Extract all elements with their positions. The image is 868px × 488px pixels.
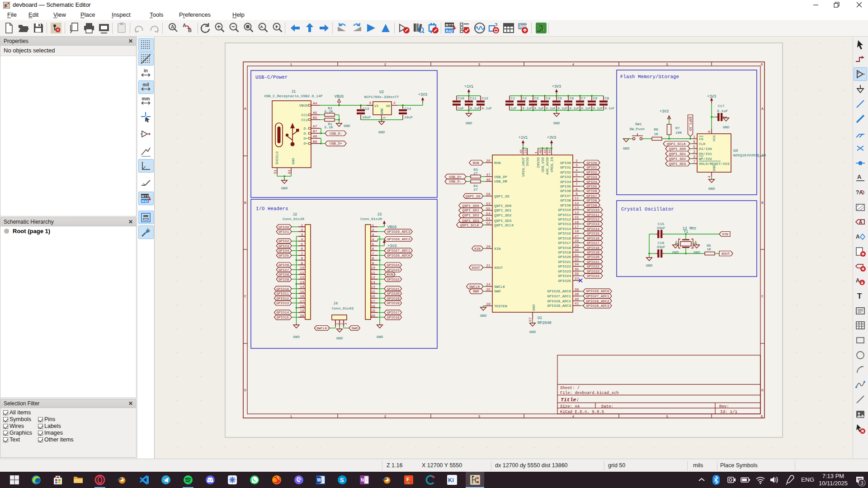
svg-text:9: 9 bbox=[372, 261, 374, 265]
svg-text:3: 3 bbox=[478, 414, 481, 418]
svg-text:A: A bbox=[857, 174, 862, 180]
svg-text:0.1uF: 0.1uF bbox=[570, 107, 580, 110]
svg-text:GPIO26_ADC0: GPIO26_ADC0 bbox=[547, 289, 571, 293]
svg-text:0.1uF: 0.1uF bbox=[546, 107, 556, 110]
svg-text:4: 4 bbox=[707, 176, 711, 178]
svg-text:GPIO29_ADC3: GPIO29_ADC3 bbox=[586, 304, 609, 308]
svg-text:C14: C14 bbox=[405, 107, 411, 111]
svg-text:ADC_AVDD: ADC_AVDD bbox=[545, 157, 549, 175]
svg-text:24: 24 bbox=[486, 282, 491, 286]
svg-text:GPIO4: GPIO4 bbox=[560, 180, 571, 184]
svg-text:3: 3 bbox=[344, 323, 348, 325]
svg-text:+3V3: +3V3 bbox=[660, 109, 669, 114]
svg-text:GPIO7: GPIO7 bbox=[278, 268, 289, 272]
svg-text:14: 14 bbox=[575, 211, 579, 215]
svg-text:GPIO12: GPIO12 bbox=[587, 218, 599, 221]
svg-text:17: 17 bbox=[371, 299, 375, 303]
svg-text:QSPI_SS: QSPI_SS bbox=[494, 194, 509, 198]
svg-text:C2: C2 bbox=[523, 96, 527, 100]
svg-text:C13: C13 bbox=[363, 107, 369, 111]
svg-text:USB_DP: USB_DP bbox=[494, 175, 507, 179]
svg-text:GPIO24: GPIO24 bbox=[558, 274, 571, 278]
svg-text:1: 1 bbox=[372, 223, 374, 227]
svg-text:8: 8 bbox=[576, 187, 578, 191]
svg-text:GND: GND bbox=[291, 158, 295, 164]
svg-text:GPIO6: GPIO6 bbox=[278, 263, 289, 267]
svg-text:15: 15 bbox=[300, 290, 304, 294]
svg-text:GPIO11: GPIO11 bbox=[276, 292, 289, 296]
svg-text:2: 2 bbox=[393, 101, 396, 105]
svg-text:A: A bbox=[856, 277, 860, 284]
svg-text:1K: 1K bbox=[654, 132, 658, 136]
svg-text:A5: A5 bbox=[313, 111, 317, 115]
svg-text:VREG_IN: VREG_IN bbox=[550, 157, 554, 173]
svg-text:6: 6 bbox=[576, 178, 578, 182]
svg-text:U1: U1 bbox=[538, 316, 542, 320]
svg-text:GPIO16: GPIO16 bbox=[558, 236, 571, 240]
svg-text:5: 5 bbox=[576, 173, 578, 177]
svg-text:46: 46 bbox=[486, 178, 491, 182]
svg-text:8: 8 bbox=[301, 256, 303, 260]
svg-text:GPIO6: GPIO6 bbox=[586, 189, 597, 193]
svg-text:D: D bbox=[244, 388, 246, 392]
svg-text:CS: CS bbox=[699, 137, 703, 141]
svg-text:GPIO20: GPIO20 bbox=[387, 292, 400, 296]
svg-text:GPIO19: GPIO19 bbox=[387, 297, 400, 300]
svg-text:GPIO17: GPIO17 bbox=[387, 311, 400, 314]
svg-text:11: 11 bbox=[575, 196, 579, 200]
svg-text:USB_D+: USB_D+ bbox=[449, 175, 462, 179]
svg-text:1uF: 1uF bbox=[511, 107, 517, 110]
svg-text:XOUT: XOUT bbox=[472, 266, 480, 270]
svg-text:3: 3 bbox=[478, 62, 481, 66]
svg-text:3: 3 bbox=[369, 101, 371, 105]
svg-text:GPIO28_ADC2: GPIO28_ADC2 bbox=[586, 300, 609, 303]
svg-text:3: 3 bbox=[372, 233, 374, 237]
svg-text:GPIO16: GPIO16 bbox=[587, 237, 599, 240]
svg-text:GPIO24: GPIO24 bbox=[587, 274, 599, 278]
svg-text:A: A bbox=[761, 107, 764, 111]
svg-text:A: A bbox=[183, 23, 186, 28]
svg-text:13: 13 bbox=[371, 280, 375, 284]
svg-text:GPIO14: GPIO14 bbox=[587, 227, 599, 231]
svg-text:GND: GND bbox=[293, 335, 300, 339]
svg-text:GPIO15: GPIO15 bbox=[276, 316, 289, 319]
svg-text:QSPI_SCLK: QSPI_SCLK bbox=[494, 223, 514, 227]
svg-text:GPIO20: GPIO20 bbox=[587, 255, 599, 259]
svg-text:Title:: Title: bbox=[561, 397, 579, 403]
svg-text:D-: D- bbox=[303, 127, 308, 131]
svg-text:GPIO16: GPIO16 bbox=[387, 316, 400, 319]
svg-text:DVDD: DVDD bbox=[525, 157, 529, 166]
svg-text:9: 9 bbox=[576, 192, 578, 196]
svg-text:XOUT: XOUT bbox=[722, 252, 730, 256]
svg-text:USB_C_Receptacle_USB2.0_14P: USB_C_Receptacle_USB2.0_14P bbox=[264, 94, 323, 98]
svg-text:7: 7 bbox=[372, 252, 374, 256]
svg-text:19: 19 bbox=[371, 309, 375, 313]
svg-text:SHIELD: SHIELD bbox=[275, 151, 279, 164]
svg-text:A7: A7 bbox=[313, 124, 317, 128]
svg-text:QSPI_SCLK: QSPI_SCLK bbox=[667, 142, 686, 146]
svg-text:R42: R42 bbox=[142, 199, 148, 203]
svg-text:6: 6 bbox=[761, 414, 763, 418]
svg-text:52: 52 bbox=[486, 221, 491, 225]
svg-text:10uF: 10uF bbox=[404, 115, 413, 119]
svg-text:GPIO3: GPIO3 bbox=[586, 175, 597, 179]
svg-text:8: 8 bbox=[372, 256, 374, 260]
svg-text:GND: GND bbox=[623, 146, 630, 150]
svg-text:45: 45 bbox=[519, 149, 523, 154]
svg-text:GPIO9: GPIO9 bbox=[278, 278, 289, 282]
svg-text:GPIO8: GPIO8 bbox=[560, 198, 571, 202]
svg-text:GND: GND bbox=[723, 125, 730, 129]
svg-text:GPIO3: GPIO3 bbox=[278, 244, 289, 248]
svg-text:20: 20 bbox=[486, 244, 491, 249]
svg-text:QSPI_SD1: QSPI_SD1 bbox=[494, 208, 512, 212]
svg-text:10: 10 bbox=[300, 266, 304, 270]
svg-text:GPIO11: GPIO11 bbox=[558, 213, 571, 217]
svg-text:GND: GND bbox=[646, 263, 653, 267]
svg-text:15: 15 bbox=[371, 290, 375, 294]
svg-text:F: F bbox=[406, 477, 410, 482]
svg-text:KiCad E.D.A. 9.0.5: KiCad E.D.A. 9.0.5 bbox=[560, 410, 604, 414]
svg-text:5: 5 bbox=[666, 414, 669, 418]
svg-text:RUN: RUN bbox=[494, 161, 501, 165]
svg-text:J1: J1 bbox=[291, 89, 296, 94]
svg-text:Conn_01x03: Conn_01x03 bbox=[332, 306, 354, 310]
